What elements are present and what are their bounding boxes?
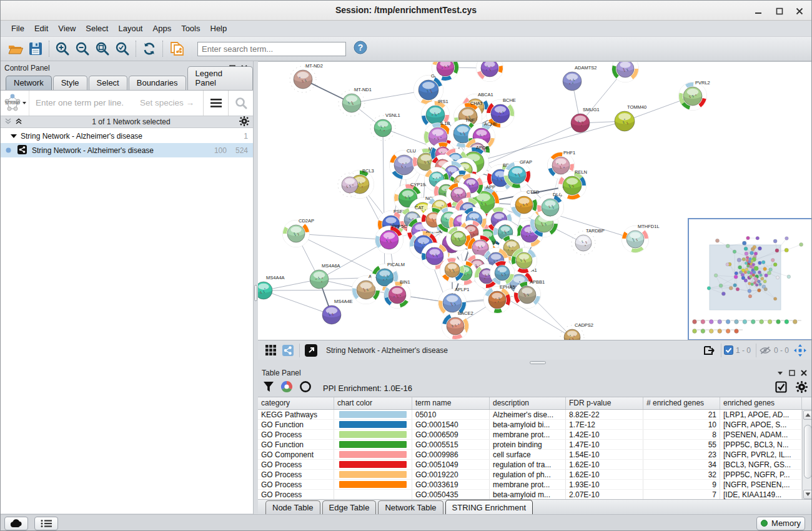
network-tree-row[interactable]: String Network - Alzheimer's disease1: [1, 129, 253, 143]
zoom-in-button[interactable]: [52, 39, 72, 58]
tab-style[interactable]: Style: [53, 76, 87, 90]
zoom-selected-button[interactable]: [112, 39, 132, 58]
scroll-up-icon[interactable]: [803, 410, 812, 420]
selected-checkbox-icon[interactable]: [724, 345, 733, 355]
cloud-button[interactable]: [4, 517, 28, 530]
table-row[interactable]: GO ProcessGO:0050435beta-amyloid m...2.0…: [258, 490, 812, 499]
tab-edge-table[interactable]: Edge Table: [322, 500, 377, 515]
network-tree-row[interactable]: String Network - Alzheimer's disease1005…: [1, 143, 253, 157]
tab-boundaries[interactable]: Boundaries: [129, 76, 186, 90]
column-header--enriched-genes[interactable]: # enriched genes: [643, 397, 720, 409]
scrollbar-thumb[interactable]: [804, 425, 812, 479]
column-header-enriched-genes[interactable]: enriched genes: [720, 397, 802, 409]
network-node-epha5[interactable]: EPHA5: [482, 284, 515, 315]
filter-icon[interactable]: [263, 381, 274, 395]
menu-item-layout[interactable]: Layout: [114, 22, 147, 35]
menu-item-apps[interactable]: Apps: [149, 22, 176, 35]
birds-eye-view[interactable]: [688, 218, 812, 340]
tab-select[interactable]: Select: [89, 76, 127, 90]
string-logo-icon[interactable]: STRING: [1, 91, 29, 116]
table-row[interactable]: GO ProcessGO:0051049regulation of tra...…: [258, 460, 812, 470]
string-query-input[interactable]: Enter one term per line. Set species →: [29, 91, 203, 116]
network-node-mt-nd2[interactable]: MT-ND2: [290, 63, 323, 92]
network-options-gear-icon[interactable]: [239, 116, 249, 128]
network-canvas[interactable]: MT-ND2MT-ND1VSNL1GAB2IRS1ABCA1CHATBCHEIL…: [258, 61, 812, 340]
export-network-icon[interactable]: [701, 342, 718, 359]
table-row[interactable]: GO FunctionGO:0005515protein binding1.47…: [258, 440, 812, 450]
minimize-button[interactable]: [750, 6, 766, 17]
task-list-button[interactable]: [34, 517, 58, 530]
grid-view-icon[interactable]: [262, 342, 279, 359]
string-options-menu-icon[interactable]: [203, 91, 228, 116]
menu-item-file[interactable]: File: [7, 22, 29, 35]
help-icon[interactable]: ?: [354, 41, 367, 57]
birds-eye-toggle-icon[interactable]: [791, 342, 809, 359]
zoom-fit-button[interactable]: [92, 39, 112, 58]
table-row[interactable]: GO ProcessGO:0019220regulation of ph...1…: [258, 470, 812, 480]
network-node-cadps2[interactable]: CADPS2: [560, 322, 593, 340]
network-node-adamts2[interactable]: ADAMTS2: [563, 65, 597, 91]
menu-item-help[interactable]: Help: [206, 22, 232, 35]
tab-string-enrichment[interactable]: STRING Enrichment: [445, 500, 533, 515]
panel-close-icon[interactable]: [799, 369, 809, 377]
menu-item-select[interactable]: Select: [81, 22, 112, 35]
network-node-vsnl1[interactable]: VSNL1: [370, 112, 400, 141]
expand-arrow-icon[interactable]: [11, 132, 17, 141]
tab-network[interactable]: Network: [6, 76, 52, 90]
network-node[interactable]: [475, 62, 505, 83]
horizontal-splitter-handle[interactable]: [530, 361, 546, 364]
network-node-cd2ap[interactable]: CD2AP: [281, 218, 314, 249]
main-toolbar: ?: [1, 37, 811, 61]
expand-all-icon[interactable]: [15, 117, 23, 127]
vertical-splitter-handle[interactable]: [254, 285, 257, 301]
maximize-button[interactable]: [771, 6, 788, 17]
share-network-icon[interactable]: [279, 342, 297, 359]
table-scrollbar[interactable]: [802, 410, 812, 499]
network-node[interactable]: [610, 62, 640, 84]
panel-menu-icon[interactable]: [775, 369, 785, 377]
table-row[interactable]: KEGG Pathways05010Alzheimer's dise...8.8…: [258, 410, 812, 420]
menu-item-tools[interactable]: Tools: [177, 22, 204, 35]
network-node-mt-nd1[interactable]: MT-ND1: [339, 87, 372, 116]
horizontal-splitter[interactable]: [258, 360, 812, 366]
ring-chart-icon[interactable]: [299, 380, 312, 395]
save-session-button[interactable]: [26, 39, 46, 58]
network-node-mthfd1l[interactable]: MTHFD1L: [620, 224, 660, 254]
select-terms-checkbox-icon[interactable]: [775, 381, 787, 395]
table-row[interactable]: GO ComponentGO:0009986cell surface1.54E-…: [258, 450, 812, 460]
zoom-out-button[interactable]: [72, 39, 92, 58]
menu-item-edit[interactable]: Edit: [30, 22, 52, 35]
panel-float-icon[interactable]: [787, 369, 797, 377]
settings-gear-icon[interactable]: [796, 381, 808, 395]
table-row[interactable]: GO ProcessGO:0006509membrane prot...1.42…: [258, 430, 812, 440]
string-search-icon[interactable]: [228, 91, 253, 116]
memory-button[interactable]: Memory: [756, 517, 805, 530]
column-header-term-name[interactable]: term name: [412, 397, 490, 409]
chart-color-icon[interactable]: [280, 380, 293, 395]
column-header-chart-color[interactable]: chart color: [334, 397, 412, 409]
table-row[interactable]: GO ProcessGO:0033619membrane prot...1.93…: [258, 480, 812, 490]
table-row[interactable]: GO FunctionGO:0001540beta-amyloid bi...1…: [258, 420, 812, 430]
vertical-splitter[interactable]: [254, 61, 258, 514]
tab-legend-panel[interactable]: Legend Panel: [187, 66, 253, 90]
column-header-description[interactable]: description: [490, 397, 566, 409]
network-node-smug1[interactable]: SMUG1: [571, 107, 600, 132]
network-node-pvrl2[interactable]: PVRL2: [677, 80, 710, 112]
scroll-down-icon[interactable]: [803, 490, 812, 499]
search-input[interactable]: [197, 42, 346, 56]
open-in-window-icon[interactable]: [302, 342, 320, 359]
menu-item-view[interactable]: View: [54, 22, 80, 35]
column-header-category[interactable]: category: [258, 397, 334, 409]
column-header-FDR-p-value[interactable]: FDR p-value: [566, 397, 643, 409]
tab-node-table[interactable]: Node Table: [265, 500, 320, 515]
tab-network-table[interactable]: Network Table: [378, 500, 443, 515]
collapse-all-icon[interactable]: [4, 117, 12, 127]
close-button[interactable]: [791, 6, 808, 17]
network-node-ms4a6a[interactable]: MS4A6A: [310, 263, 340, 289]
network-node-tardbp[interactable]: TARDBP: [572, 228, 605, 255]
refresh-button[interactable]: [139, 39, 159, 58]
hidden-eye-icon[interactable]: [759, 345, 771, 355]
network-from-file-button[interactable]: [166, 39, 189, 58]
network-node-tomm40[interactable]: TOMM40: [615, 104, 646, 131]
open-session-button[interactable]: [6, 39, 26, 58]
